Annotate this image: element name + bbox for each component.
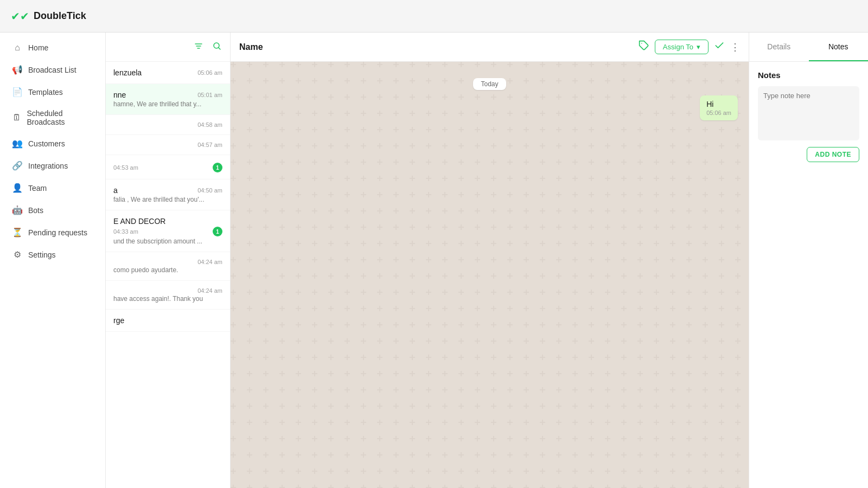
today-label: Today — [473, 78, 506, 90]
today-divider: Today — [241, 78, 738, 90]
sidebar-item-scheduled-broadcasts[interactable]: 🗓 Scheduled Broadcasts — [3, 104, 102, 132]
sidebar-item-bots[interactable]: 🤖 Bots — [3, 200, 102, 221]
chat-background — [231, 62, 749, 488]
logo-area: ✔✔ DoubleTick — [11, 10, 86, 23]
sidebar-item-customers[interactable]: 👥 Customers — [3, 133, 102, 154]
sidebar-item-pending-requests[interactable]: ⏳ Pending requests — [3, 222, 102, 243]
chat-list-panel: lenzuela 05:06 am nne 05:01 am hamne, We… — [106, 33, 231, 488]
chat-item[interactable]: 04:53 am 1 — [106, 155, 230, 179]
chat-list-header — [106, 33, 230, 62]
chat-item[interactable]: 04:24 am como puedo ayudarte. — [106, 252, 230, 281]
sidebar-label-integrations: Integrations — [28, 162, 68, 170]
more-options-icon[interactable]: ⋮ — [730, 41, 740, 53]
chat-items: lenzuela 05:06 am nne 05:01 am hamne, We… — [106, 62, 230, 488]
panel-content: Notes ADD NOTE — [749, 62, 868, 488]
sidebar-item-broadcast-list[interactable]: 📢 Broadcast List — [3, 59, 102, 80]
sidebar-label-customers: Customers — [28, 139, 65, 148]
message-bubble: Hi 05:06 am — [241, 95, 738, 120]
tag-icon — [639, 40, 649, 54]
message-text: Hi — [706, 100, 731, 108]
sidebar-label-home: Home — [28, 43, 48, 52]
settings-icon: ⚙ — [12, 249, 23, 260]
bots-icon: 🤖 — [12, 205, 23, 215]
integrations-icon: 🔗 — [12, 160, 23, 171]
assign-to-button[interactable]: Assign To ▾ — [655, 40, 709, 54]
tab-notes[interactable]: Notes — [809, 33, 869, 61]
panel-tabs: Details Notes — [749, 33, 868, 62]
tab-details[interactable]: Details — [749, 33, 809, 61]
chevron-down-icon: ▾ — [697, 43, 700, 51]
chat-item[interactable]: lenzuela 05:06 am — [106, 62, 230, 84]
customers-icon: 👥 — [12, 138, 23, 149]
sidebar-label-templates: Templates — [28, 88, 63, 97]
message-time: 05:06 am — [706, 110, 731, 116]
unread-badge: 1 — [213, 163, 222, 172]
chat-contact-name: Name — [239, 42, 632, 52]
sidebar-label-scheduled: Scheduled Broadcasts — [27, 109, 93, 126]
notes-section-title: Notes — [758, 70, 859, 80]
sidebar-item-team[interactable]: 👤 Team — [3, 177, 102, 198]
templates-icon: 📄 — [12, 87, 23, 97]
sidebar-item-home[interactable]: ⌂ Home — [3, 37, 102, 58]
filter-icon — [194, 42, 203, 50]
chat-item[interactable]: E AND DECOR 04:33 am 1 und the subscript… — [106, 210, 230, 252]
pending-icon: ⏳ — [12, 227, 23, 237]
check-icon[interactable] — [714, 40, 725, 54]
topbar: ✔✔ DoubleTick — [0, 0, 868, 33]
scheduled-icon: 🗓 — [12, 113, 21, 123]
chat-main: Name Assign To ▾ ⋮ — [231, 33, 749, 488]
sidebar: ⌂ Home 📢 Broadcast List 📄 Templates 🗓 Sc… — [0, 33, 106, 488]
app-name: DoubleTick — [34, 10, 86, 22]
search-button[interactable] — [210, 40, 224, 55]
sidebar-item-integrations[interactable]: 🔗 Integrations — [3, 155, 102, 176]
chat-messages: Today Hi 05:06 am — [231, 62, 749, 488]
broadcast-icon: 📢 — [12, 65, 23, 75]
chat-item[interactable]: 04:24 am have access again!. Thank you — [106, 281, 230, 310]
right-panel: Details Notes Notes ADD NOTE — [749, 33, 868, 488]
chat-item[interactable]: nne 05:01 am hamne, We are thrilled that… — [106, 84, 230, 115]
message-bubble-content: Hi 05:06 am — [700, 95, 738, 120]
chat-header-actions: Assign To ▾ ⋮ — [639, 40, 740, 54]
chat-item[interactable]: rge — [106, 310, 230, 332]
chat-item[interactable]: a 04:50 am falia , We are thrilled that … — [106, 179, 230, 210]
add-note-button[interactable]: ADD NOTE — [807, 147, 859, 162]
filter-button[interactable] — [192, 40, 205, 55]
chat-item[interactable]: 04:57 am — [106, 135, 230, 155]
sidebar-label-bots: Bots — [28, 206, 43, 215]
sidebar-item-templates[interactable]: 📄 Templates — [3, 81, 102, 102]
sidebar-item-settings[interactable]: ⚙ Settings — [3, 244, 102, 265]
unread-badge: 1 — [213, 227, 222, 236]
sidebar-label-pending: Pending requests — [28, 228, 87, 237]
assign-label: Assign To — [663, 43, 693, 51]
sidebar-label-team: Team — [28, 184, 47, 192]
note-input[interactable] — [758, 86, 859, 140]
main-layout: ⌂ Home 📢 Broadcast List 📄 Templates 🗓 Sc… — [0, 33, 868, 488]
sidebar-label-settings: Settings — [28, 251, 56, 259]
home-icon: ⌂ — [12, 43, 23, 53]
team-icon: 👤 — [12, 183, 23, 193]
sidebar-label-broadcast: Broadcast List — [28, 66, 76, 74]
logo-icon: ✔✔ — [11, 10, 29, 23]
chat-header: Name Assign To ▾ ⋮ — [231, 33, 749, 62]
search-icon — [213, 42, 221, 50]
chat-item[interactable]: 04:58 am — [106, 115, 230, 135]
